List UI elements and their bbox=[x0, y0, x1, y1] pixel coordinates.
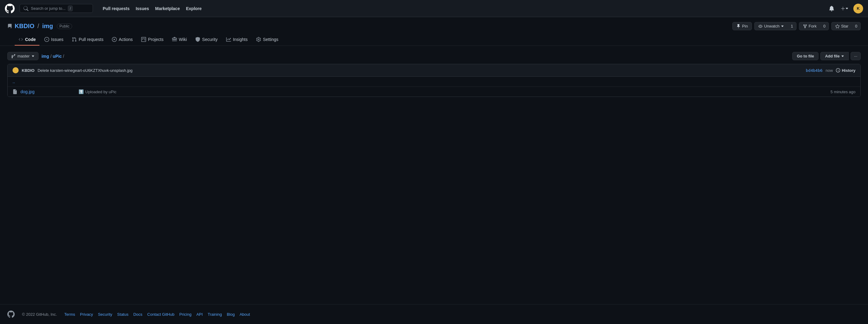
footer-link-training[interactable]: Training bbox=[208, 312, 222, 317]
goto-file-button[interactable]: Go to file bbox=[792, 52, 818, 60]
git-branch-icon bbox=[11, 54, 16, 58]
commit-time: now bbox=[826, 68, 833, 73]
star-label: Star bbox=[841, 24, 848, 28]
footer-link-terms[interactable]: Terms bbox=[64, 312, 75, 317]
github-logo-icon[interactable] bbox=[5, 4, 15, 13]
user-avatar[interactable]: K bbox=[853, 4, 863, 13]
unwatch-caret-icon bbox=[781, 25, 784, 28]
plus-button[interactable] bbox=[839, 5, 850, 12]
tab-code[interactable]: Code bbox=[15, 34, 39, 46]
commit-bar: KBDIO Delete karsten-winegeart-oU6KZTXhu… bbox=[8, 64, 860, 77]
pin-button[interactable]: Pin bbox=[732, 22, 752, 30]
footer: © 2022 GitHub, Inc. Terms Privacy Securi… bbox=[0, 304, 868, 324]
pr-icon bbox=[72, 37, 77, 42]
tab-insights-label: Insights bbox=[233, 37, 248, 42]
breadcrumb-folder[interactable]: uPic bbox=[53, 54, 62, 59]
topnav-links: Pull requests Issues Marketplace Explore bbox=[100, 4, 204, 13]
tab-insights[interactable]: Insights bbox=[222, 34, 251, 46]
footer-copyright: © 2022 GitHub, Inc. bbox=[22, 312, 57, 317]
tab-nav: Code Issues Pull requests Actions Projec… bbox=[7, 34, 861, 46]
unwatch-button[interactable]: Unwatch bbox=[754, 22, 788, 30]
tab-wiki[interactable]: Wiki bbox=[168, 34, 190, 46]
tab-projects[interactable]: Projects bbox=[137, 34, 167, 46]
repo-header: KBDIO / img Public Pin Unwatch bbox=[0, 17, 868, 46]
repo-title-row: KBDIO / img Public Pin Unwatch bbox=[7, 22, 861, 30]
footer-link-docs[interactable]: Docs bbox=[133, 312, 143, 317]
tab-settings[interactable]: Settings bbox=[252, 34, 282, 46]
nav-explore[interactable]: Explore bbox=[183, 4, 204, 13]
watch-count[interactable]: 1 bbox=[787, 22, 796, 30]
branch-caret-icon bbox=[31, 55, 34, 58]
footer-links: Terms Privacy Security Status Docs Conta… bbox=[64, 312, 250, 317]
search-slash: / bbox=[68, 5, 73, 11]
repo-owner-link[interactable]: KBDIO bbox=[15, 23, 34, 30]
tab-issues[interactable]: Issues bbox=[41, 34, 67, 46]
pin-label: Pin bbox=[742, 24, 748, 28]
file-commit-msg: ⬆️ Uploaded by uPic bbox=[79, 89, 827, 94]
search-placeholder: Search or jump to... bbox=[31, 6, 65, 11]
dotdot-label: .. bbox=[12, 79, 15, 84]
tab-security[interactable]: Security bbox=[192, 34, 221, 46]
footer-link-privacy[interactable]: Privacy bbox=[80, 312, 93, 317]
footer-link-security[interactable]: Security bbox=[98, 312, 112, 317]
code-icon bbox=[18, 37, 23, 42]
branch-name: master bbox=[18, 54, 30, 58]
dotdot-row[interactable]: .. bbox=[8, 77, 860, 87]
star-button[interactable]: Star bbox=[831, 22, 852, 30]
graph-icon bbox=[226, 37, 231, 42]
fork-button[interactable]: Fork bbox=[799, 22, 820, 30]
commit-hash[interactable]: bd4b4b6 bbox=[806, 68, 823, 73]
fork-icon bbox=[803, 24, 807, 28]
breadcrumb-repo[interactable]: img bbox=[41, 54, 49, 59]
fork-label: Fork bbox=[809, 24, 817, 28]
fork-btn-group: Fork 0 bbox=[799, 22, 829, 30]
nav-marketplace[interactable]: Marketplace bbox=[153, 4, 183, 13]
breadcrumb: img / uPic / bbox=[41, 54, 64, 59]
projects-icon bbox=[141, 37, 146, 42]
pin-icon bbox=[736, 24, 741, 28]
star-btn-group: Star 0 bbox=[831, 22, 861, 30]
tab-actions[interactable]: Actions bbox=[108, 34, 136, 46]
repo-name-link[interactable]: img bbox=[42, 23, 53, 30]
breadcrumb-sep2: / bbox=[63, 54, 64, 59]
file-table: KBDIO Delete karsten-winegeart-oU6KZTXhu… bbox=[7, 64, 861, 97]
unwatch-label: Unwatch bbox=[764, 24, 780, 28]
tab-issues-label: Issues bbox=[51, 37, 63, 42]
footer-link-about[interactable]: About bbox=[240, 312, 250, 317]
add-file-button[interactable]: Add file bbox=[820, 52, 849, 60]
footer-link-contact[interactable]: Contact GitHub bbox=[147, 312, 175, 317]
gear-icon bbox=[256, 37, 261, 42]
star-icon bbox=[835, 24, 840, 28]
commit-message: Delete karsten-winegeart-oU6KZTXhuvk-uns… bbox=[38, 68, 133, 73]
more-options-button[interactable]: ··· bbox=[850, 52, 861, 60]
commit-author: KBDIO bbox=[22, 68, 34, 73]
tab-pull-requests[interactable]: Pull requests bbox=[68, 34, 107, 46]
history-label: History bbox=[842, 68, 856, 73]
footer-link-blog[interactable]: Blog bbox=[227, 312, 235, 317]
history-link[interactable]: History bbox=[836, 68, 856, 73]
plus-caret-icon bbox=[845, 7, 848, 10]
tab-projects-label: Projects bbox=[148, 37, 163, 42]
fork-count[interactable]: 0 bbox=[820, 22, 829, 30]
issue-icon bbox=[44, 37, 49, 42]
footer-link-status[interactable]: Status bbox=[117, 312, 128, 317]
breadcrumb-sep1: / bbox=[51, 54, 52, 59]
notifications-button[interactable] bbox=[828, 5, 836, 12]
search-icon bbox=[24, 6, 28, 11]
file-commit-text: Uploaded by uPic bbox=[85, 90, 117, 94]
tab-actions-label: Actions bbox=[119, 37, 133, 42]
file-time: 5 minutes ago bbox=[830, 90, 856, 94]
table-row: dog.jpg ⬆️ Uploaded by uPic 5 minutes ag… bbox=[8, 87, 860, 96]
nav-pull-requests[interactable]: Pull requests bbox=[100, 4, 132, 13]
branch-selector[interactable]: master bbox=[7, 52, 38, 60]
file-name[interactable]: dog.jpg bbox=[21, 89, 75, 94]
topnav: Search or jump to... / Pull requests Iss… bbox=[0, 0, 868, 17]
tab-security-label: Security bbox=[202, 37, 218, 42]
star-count[interactable]: 0 bbox=[852, 22, 861, 30]
repo-icon bbox=[7, 24, 12, 29]
nav-issues[interactable]: Issues bbox=[133, 4, 152, 13]
footer-link-pricing[interactable]: Pricing bbox=[179, 312, 192, 317]
search-box[interactable]: Search or jump to... / bbox=[20, 4, 93, 13]
commit-right: bd4b4b6 now History bbox=[806, 68, 856, 73]
footer-link-api[interactable]: API bbox=[196, 312, 203, 317]
